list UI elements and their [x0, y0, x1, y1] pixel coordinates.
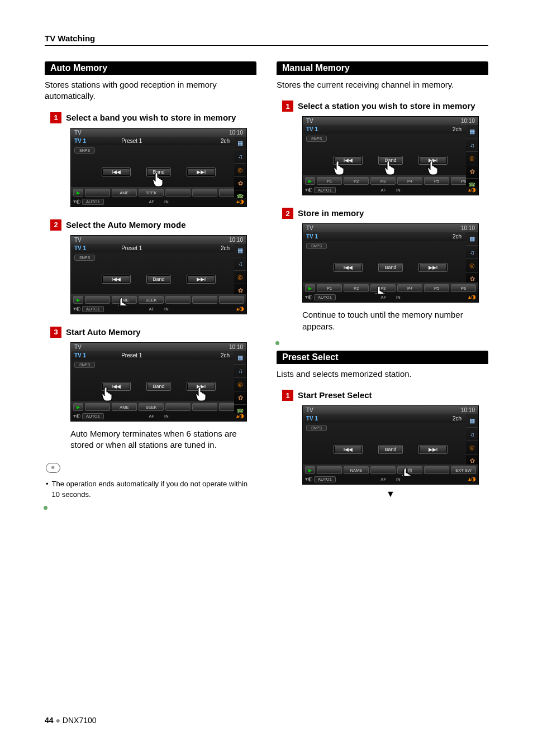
band-button[interactable]: Band: [378, 263, 403, 272]
blank-mini[interactable]: [192, 296, 217, 304]
p1-mini[interactable]: P1: [317, 284, 342, 292]
blank-mini[interactable]: [192, 403, 217, 411]
blank-mini[interactable]: [165, 296, 191, 304]
p4-mini[interactable]: P4: [397, 284, 422, 292]
section-auto-memory-desc: Stores stations with good reception in m…: [45, 79, 256, 102]
left-column: Auto Memory Stores stations with good re…: [45, 61, 256, 511]
tv-band-label: TV 1: [74, 138, 86, 144]
next-button[interactable]: ▶▶I: [418, 263, 448, 272]
p2-mini[interactable]: P2: [344, 177, 369, 185]
shot-time: 10:10: [229, 344, 243, 350]
blank-mini[interactable]: [219, 296, 244, 304]
blank-mini[interactable]: [424, 466, 449, 474]
blank-mini[interactable]: [317, 466, 342, 474]
ame-mini[interactable]: AME: [112, 296, 137, 304]
shot-time: 10:10: [461, 407, 475, 413]
preset-label: Preset 1: [121, 352, 142, 358]
blank-mini[interactable]: [85, 296, 110, 304]
tv-band-label: TV 1: [306, 233, 318, 240]
p2-mini[interactable]: P2: [344, 284, 369, 292]
up-caret-icon: ▴◑: [468, 294, 476, 300]
p4-mini[interactable]: P4: [397, 177, 422, 185]
tv-screenshot: ▦ ♫ ◎ ✿ ☎ TV10:10 TV 1 Preset 1 2ch SNPS: [70, 128, 247, 207]
prev-button[interactable]: I◀◀: [102, 168, 131, 176]
preset-label: Preset 1: [121, 245, 142, 251]
header-rule: [45, 45, 488, 46]
auto1-pill: AUTO1: [82, 306, 104, 312]
snps-pill: SNPS: [74, 362, 95, 368]
prev-button[interactable]: I◀◀: [102, 275, 131, 284]
blank-mini[interactable]: [165, 189, 191, 197]
list-mini[interactable]: ▤: [397, 466, 422, 474]
play-mini[interactable]: ▶: [305, 177, 315, 185]
in-label: IN: [396, 477, 401, 482]
next-button[interactable]: ▶▶I: [187, 382, 216, 391]
right-step2-caption: Continue to touch until the memory numbe…: [302, 309, 488, 332]
prev-button[interactable]: I◀◀: [102, 382, 131, 391]
band-button[interactable]: Band: [146, 168, 171, 176]
prev-button[interactable]: I◀◀: [334, 445, 363, 454]
p3-mini[interactable]: P3: [370, 284, 396, 292]
extsw-mini[interactable]: EXT SW: [451, 466, 476, 474]
prev-button[interactable]: I◀◀: [334, 156, 363, 165]
next-button[interactable]: ▶▶I: [187, 275, 216, 284]
name-mini[interactable]: NAME: [344, 466, 369, 474]
blank-mini[interactable]: [370, 466, 396, 474]
shot-time: 10:10: [229, 237, 243, 243]
channel-label: 2ch: [221, 138, 230, 144]
play-mini[interactable]: ▶: [305, 284, 315, 292]
play-mini[interactable]: ▶: [73, 403, 83, 411]
p6-mini[interactable]: P6: [451, 284, 476, 292]
side-icon-tuner: ▦: [466, 125, 478, 138]
shot-title: TV: [306, 225, 313, 231]
p3-mini[interactable]: P3: [370, 177, 396, 185]
prev-button[interactable]: I◀◀: [334, 263, 363, 272]
p5-mini[interactable]: P5: [424, 177, 449, 185]
seek-mini[interactable]: SEEK: [139, 403, 164, 411]
snps-pill: SNPS: [74, 255, 95, 261]
seek-mini[interactable]: SEEK: [139, 296, 164, 304]
ame-mini[interactable]: AME: [112, 189, 137, 197]
ame-mini[interactable]: AME: [112, 403, 137, 411]
channel-label: 2ch: [453, 233, 461, 240]
seek-mini[interactable]: SEEK: [139, 189, 164, 197]
step-title: Select a station you wish to store in me…: [298, 101, 475, 112]
up-caret-icon: ▴◑: [236, 413, 244, 419]
p1-mini[interactable]: P1: [317, 177, 342, 185]
band-button[interactable]: Band: [378, 445, 403, 454]
shot-title: TV: [306, 118, 313, 124]
band-button[interactable]: Band: [378, 156, 403, 165]
step3-caption: Auto Memory terminates when 6 stations a…: [70, 428, 256, 451]
blank-mini[interactable]: [85, 189, 110, 197]
play-mini[interactable]: ▶: [305, 466, 315, 474]
down-caret-icon: ▾◐: [305, 294, 313, 300]
channel-label: 2ch: [221, 352, 230, 358]
blank-mini[interactable]: [165, 403, 191, 411]
section-auto-memory-title: Auto Memory: [45, 61, 256, 75]
af-label: AF: [380, 295, 386, 300]
shot-title: TV: [74, 237, 82, 243]
channel-label: 2ch: [453, 126, 461, 132]
right2-step-1: 1 Start Preset Select ▦ ♫ ◎ ✿ ☎ TV10:10 …: [282, 390, 488, 499]
tv-screenshot: ▦ ♫ ◎ ✿ ☎ TV10:10 TV 1 Preset 1 2ch SNPS: [70, 235, 247, 314]
tv-screenshot: ▦ ♫ ◎ ✿ ☎ TV10:10 TV 1 2ch SNPS I◀◀ Band: [302, 405, 479, 485]
shot-title: TV: [74, 130, 82, 136]
note-block: • The operation ends automatically if yo…: [46, 463, 256, 500]
next-button[interactable]: ▶▶I: [418, 445, 448, 454]
band-button[interactable]: Band: [146, 382, 171, 391]
down-caret-icon: ▾◐: [73, 413, 81, 419]
play-mini[interactable]: ▶: [73, 189, 83, 197]
next-button[interactable]: ▶▶I: [187, 168, 216, 176]
band-button[interactable]: Band: [146, 275, 171, 284]
step-title: Select a band you wish to store in memor…: [66, 112, 236, 123]
side-icon-tuner: ▦: [466, 232, 478, 245]
next-button[interactable]: ▶▶I: [418, 156, 448, 165]
p5-mini[interactable]: P5: [424, 284, 449, 292]
note-text: The operation ends automatically if you …: [52, 479, 256, 500]
blank-mini[interactable]: [85, 403, 110, 411]
af-label: AF: [149, 414, 154, 419]
shot-title: TV: [306, 407, 313, 413]
play-mini[interactable]: ▶: [73, 296, 83, 304]
page-footer: 44 ● DNX7100: [45, 716, 97, 725]
blank-mini[interactable]: [192, 189, 217, 197]
